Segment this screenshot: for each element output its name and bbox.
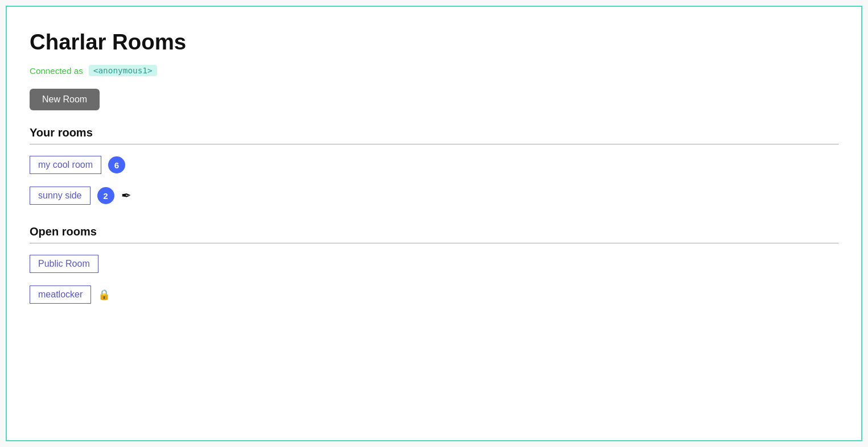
open-rooms-section: Open rooms Public Room meatlocker 🔒 xyxy=(30,225,838,304)
app-container: Charlar Rooms Connected as <anonymous1> … xyxy=(6,6,862,441)
unread-badge-my-cool-room: 6 xyxy=(108,156,125,173)
list-item: Public Room xyxy=(30,255,838,273)
new-room-button[interactable]: New Room xyxy=(30,89,100,110)
your-rooms-section: Your rooms my cool room 6 sunny side 2 ✒ xyxy=(30,126,838,205)
your-rooms-list: my cool room 6 sunny side 2 ✒ xyxy=(30,156,838,205)
list-item: sunny side 2 ✒ xyxy=(30,187,838,205)
your-rooms-divider xyxy=(30,144,838,144)
list-item: my cool room 6 xyxy=(30,156,838,174)
room-link-public-room[interactable]: Public Room xyxy=(30,255,98,273)
room-link-meatlocker[interactable]: meatlocker xyxy=(30,285,91,304)
room-link-sunny-side[interactable]: sunny side xyxy=(30,187,90,205)
open-rooms-list: Public Room meatlocker 🔒 xyxy=(30,255,838,304)
room-link-my-cool-room[interactable]: my cool room xyxy=(30,156,101,174)
user-badge: <anonymous1> xyxy=(89,65,157,76)
connection-bar: Connected as <anonymous1> xyxy=(30,65,838,76)
connected-label: Connected as xyxy=(30,66,83,76)
lock-icon: 🔒 xyxy=(98,289,110,301)
your-rooms-title: Your rooms xyxy=(30,126,838,139)
owner-icon: ✒ xyxy=(121,189,131,202)
list-item: meatlocker 🔒 xyxy=(30,285,838,304)
open-rooms-divider xyxy=(30,243,838,243)
unread-badge-sunny-side: 2 xyxy=(97,187,114,204)
open-rooms-title: Open rooms xyxy=(30,225,838,238)
page-title: Charlar Rooms xyxy=(30,30,838,55)
